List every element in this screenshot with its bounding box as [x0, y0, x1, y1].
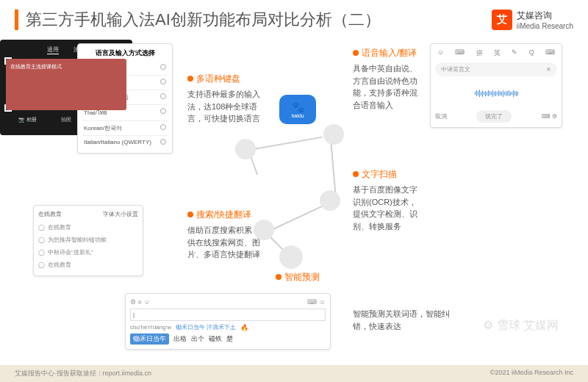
callout-voice: 语音输入/翻译 具备中英自由说、方言自由说特色功能，支持多语种混合语音输入: [353, 47, 423, 111]
watermark: ⚙ 雪球 艾媒网: [483, 318, 559, 334]
callout-predict-title: 智能预测: [276, 271, 320, 286]
callout-predict-desc: 智能预测关联词语，智能纠错，快速表达: [353, 308, 456, 332]
callout-ocr: 文字扫描 基于百度图像文字识别(OCR)技术，提供文字检测、识别、转换服务: [353, 168, 423, 232]
header: 第三方手机输入法AI创新功能布局对比分析（二） 艾 艾媒咨询 iiMedia R…: [0, 0, 588, 40]
feature-diagram: [228, 117, 353, 256]
footer: 艾媒报告中心·报告获取途径：report.iimedia.cn ©2021 ii…: [0, 365, 588, 382]
content-area: 语言及输入方式选择 粤语 语音 Japanese/日本語 Thai/ไทย Ko…: [0, 40, 588, 356]
search-mockup: 在线教育字体大小设置 ◯ 在线教育 ◯ 为您推荐智能纠错功能 ◯ 中秋诗会"送新…: [33, 205, 143, 276]
voice-input-mockup: ☺⌨ 拼英 ✎Q ⌨ 中译英言文✕ 取消说完了⌨ ⚙: [430, 43, 562, 128]
logo-icon: 艾: [492, 10, 512, 30]
accent-bar: [15, 10, 18, 30]
brand-logo: 艾 艾媒咨询 iiMedia Research: [492, 10, 573, 30]
ime-mockup: ⚙ ≡ ☺⌨ ☺ | chu'he'ri'dang'w 锄禾日当午 汗滴禾下土 …: [125, 293, 331, 350]
waveform-icon: [435, 82, 557, 104]
page-title: 第三方手机输入法AI创新功能布局对比分析（二）: [26, 9, 381, 31]
